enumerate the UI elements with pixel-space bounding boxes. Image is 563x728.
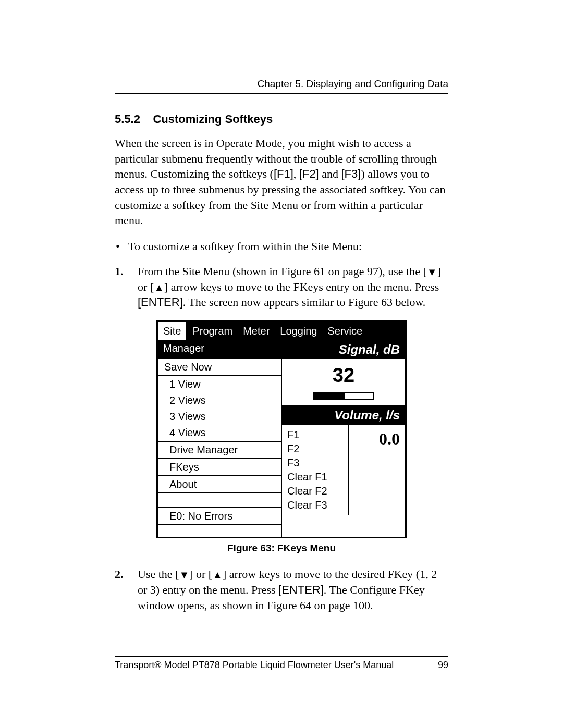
status-line: E0: No Errors [158,508,281,524]
device-screen: Site Program Meter Logging Service Manag… [156,320,407,538]
key-enter: [ENTER] [278,583,324,596]
text: Use the [ [138,567,179,581]
fkey-f2[interactable]: F2 [287,442,342,456]
tab-site[interactable]: Site [158,322,187,340]
bar-segment-empty [344,392,374,400]
step-2: 2. Use the [▼] or [▲] arrow keys to move… [115,566,448,613]
header-row: Manager Signal, dB [158,340,405,359]
fkey-clear-f2[interactable]: Clear F2 [287,484,342,498]
chapter-header: Chapter 5. Displaying and Configuring Da… [115,78,448,90]
intro-paragraph: When the screen is in Operate Mode, you … [115,135,448,228]
down-arrow-icon: ▼ [427,267,437,277]
tab-service[interactable]: Service [322,322,368,340]
text: and [319,167,341,180]
fkey-f1[interactable]: F1 [287,428,342,442]
text: . The screen now appears similar to Figu… [183,295,426,309]
menu-3-views[interactable]: 3 Views [158,409,281,425]
up-arrow-icon: ▲ [212,570,223,580]
top-rule [115,93,448,94]
section-number: 5.5.2 [115,113,140,126]
tab-meter[interactable]: Meter [238,322,275,340]
left-menu-column: Save Now 1 View 2 Views 3 Views 4 Views … [158,359,282,537]
step-list-2: 2. Use the [▼] or [▲] arrow keys to move… [115,566,448,613]
text: ] or [ [189,567,212,581]
right-column: 32 Volume, l/s F1 F2 F3 Clear F1 [282,359,405,537]
tab-logging[interactable]: Logging [275,322,322,340]
bullet-list: To customize a softkey from within the S… [115,239,448,254]
bullet-item: To customize a softkey from within the S… [115,239,448,254]
menu-2-views[interactable]: 2 Views [158,392,281,409]
figure-63: Site Program Meter Logging Service Manag… [115,320,448,554]
text: From the Site Menu (shown in Figure 61 o… [138,265,427,278]
section-title: Customizing Softkeys [153,113,273,126]
menu-fkeys[interactable]: FKeys [158,459,281,475]
signal-bar [287,392,400,400]
page-footer: Transport® Model PT878 Portable Liquid F… [115,656,448,671]
header-right-signal: Signal, dB [282,340,405,359]
key-f3: [F3] [341,167,361,180]
page-number: 99 [438,660,448,671]
menu-drive-manager[interactable]: Drive Manager [158,442,281,458]
menu-4-views[interactable]: 4 Views [158,425,281,441]
footer-title: Transport® Model PT878 Portable Liquid F… [115,660,394,671]
section-heading: 5.5.2 Customizing Softkeys [115,113,448,126]
up-arrow-icon: ▲ [154,282,164,293]
menu-1-view[interactable]: 1 View [158,376,281,392]
volume-panel: F1 F2 F3 Clear F1 Clear F2 Clear F3 0.0 [282,425,405,515]
bottom-rule [115,656,448,657]
fkey-clear-f1[interactable]: Clear F1 [287,470,342,484]
signal-value: 32 [287,362,400,389]
step-number: 2. [115,566,124,582]
volume-header: Volume, l/s [282,406,405,425]
text: ] arrow keys to move to the FKeys entry … [164,280,439,293]
bar-segment-filled [313,392,344,400]
device-body: Save Now 1 View 2 Views 3 Views 4 Views … [158,359,405,537]
key-f1: [F1] [274,167,293,180]
step-list-1: 1. From the Site Menu (shown in Figure 6… [115,264,448,310]
down-arrow-icon: ▼ [179,570,189,580]
signal-panel: 32 [282,359,405,405]
fkey-clear-f3[interactable]: Clear F3 [287,498,342,512]
step-number: 1. [115,264,124,279]
menu-save-now[interactable]: Save Now [158,359,281,375]
key-enter: [ENTER] [138,295,183,309]
menu-about[interactable]: About [158,476,281,492]
header-left: Manager [158,340,282,359]
text: , [293,167,299,180]
step-1: 1. From the Site Menu (shown in Figure 6… [115,264,448,310]
fkey-f3[interactable]: F3 [287,456,342,470]
figure-caption: Figure 63: FKeys Menu [227,542,336,554]
key-f2: [F2] [299,167,319,180]
tab-program[interactable]: Program [187,322,238,340]
menu-tabs: Site Program Meter Logging Service [158,322,405,340]
volume-value: 0.0 [348,425,405,515]
fkey-submenu: F1 F2 F3 Clear F1 Clear F2 Clear F3 [282,425,348,515]
document-page: Chapter 5. Displaying and Configuring Da… [0,0,563,728]
